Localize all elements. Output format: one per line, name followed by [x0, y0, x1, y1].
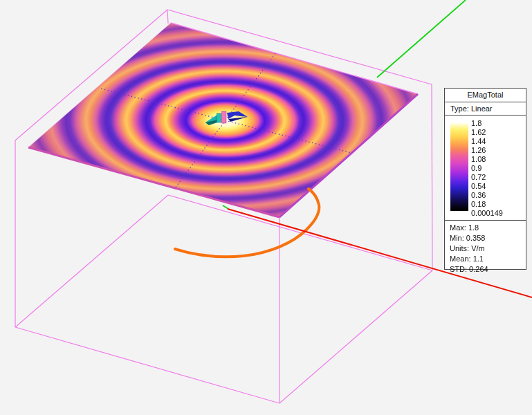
colorbar-tick: 0.18 [471, 200, 486, 208]
legend-title: EMagTotal [445, 89, 526, 102]
legend-scale-type: Type: Linear [445, 102, 526, 115]
box-edge [15, 10, 167, 140]
colorbar-tick: 1.26 [471, 146, 486, 154]
box-edge [167, 10, 432, 84]
plane-edge [171, 23, 418, 94]
dipole-source-marker[interactable] [205, 111, 248, 125]
stat-min: Min: 0.358 [450, 233, 526, 243]
arrow-right-blue-icon [227, 111, 248, 119]
y-axis-segment [377, 0, 466, 77]
y-axis-origin-segment [223, 205, 228, 209]
colorbar-gradient [450, 123, 468, 211]
stat-units: Units: V/m [450, 243, 526, 254]
viewport-3d[interactable]: EMagTotal Type: Linear 1.8 1.62 1.44 1.2… [0, 0, 532, 415]
box-edge [167, 10, 168, 24]
plane-edge [28, 23, 171, 147]
colorbar-tick: 0.54 [471, 182, 486, 190]
box-edge [168, 195, 432, 270]
plane-edge [279, 94, 418, 217]
legend-colorbar-section: 1.8 1.62 1.44 1.26 1.08 0.9 0.72 0.54 0.… [445, 115, 526, 220]
marker-post-teal [217, 113, 221, 122]
plane-edge [28, 147, 279, 217]
box-edge [15, 195, 168, 327]
box-edge [279, 270, 432, 403]
stat-std: STD: 0.264 [450, 264, 526, 275]
colorbar-tick: 1.08 [471, 155, 486, 163]
box-edge [432, 84, 432, 270]
stat-mean: Mean: 1.1 [450, 254, 526, 264]
colorbar-tick: 0.000149 [471, 209, 503, 217]
colorbar-tick: 0.9 [471, 164, 481, 172]
colorbar-tick: 0.36 [471, 191, 486, 199]
dipole-element-pink [222, 111, 227, 123]
colorbar-tick: 0.72 [471, 173, 486, 181]
rotation-arc [175, 189, 319, 257]
y-axis-green [223, 0, 466, 209]
colorbar-tick: 1.62 [471, 128, 486, 136]
colorbar-tick: 1.8 [471, 119, 481, 127]
legend-stats-section: Max: 1.8 Min: 0.358 Units: V/m Mean: 1.1… [445, 220, 526, 270]
arrow-right-shadow [228, 117, 248, 122]
stat-max: Max: 1.8 [450, 223, 526, 233]
results-legend: EMagTotal Type: Linear 1.8 1.62 1.44 1.2… [444, 88, 526, 270]
box-edge [15, 327, 279, 403]
colorbar-tick: 1.44 [471, 137, 486, 145]
